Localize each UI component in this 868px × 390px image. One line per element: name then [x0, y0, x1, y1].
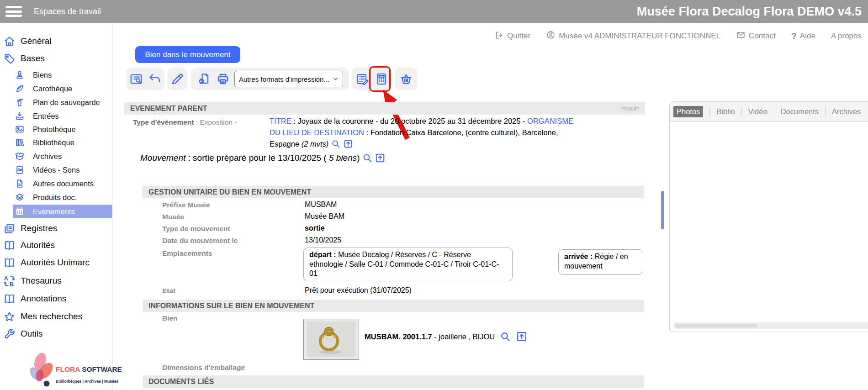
hamburger-menu-icon[interactable]: [5, 4, 22, 19]
sidebar-item-phototheque[interactable]: Photothèque: [0, 122, 112, 136]
field-label-bien: Bien: [162, 314, 178, 322]
bien-photo-thumbnail[interactable]: [303, 319, 359, 360]
sidebar-item-label: Evènements: [33, 207, 75, 216]
field-value-etat: Prêt pour exécution (31/07/2025): [305, 286, 412, 295]
sidebar-item-thesaurus[interactable]: AB Thesaurus: [0, 272, 112, 290]
haut-link[interactable]: ^haut^: [621, 105, 639, 112]
open-record-icon[interactable]: [375, 153, 386, 163]
aide-link[interactable]: ? Aide: [791, 31, 815, 42]
apropos-link[interactable]: A propos: [831, 32, 862, 41]
star-icon: [2, 311, 16, 323]
edit-pencil-button[interactable]: [170, 71, 185, 87]
sidebar-item-bibliotheque[interactable]: Bibliothèque: [0, 136, 112, 149]
tab-archives[interactable]: Archives: [825, 106, 867, 117]
wrench-icon: [2, 328, 16, 340]
sidebar-item-entrees[interactable]: Entrées: [0, 109, 112, 123]
home-icon: [2, 35, 16, 47]
parent-event-line3: Espagne (2 mvts): [270, 138, 644, 150]
tab-biblio[interactable]: Biblio: [709, 106, 741, 117]
quitter-button[interactable]: Quitter: [495, 31, 530, 42]
section-title: EVENEMENT PARENT: [130, 105, 207, 113]
toolbar-group-navigation: [126, 68, 164, 90]
sidebar-item-outils[interactable]: Outils: [0, 325, 112, 343]
sidebar-item-autorites-unimarc[interactable]: Autorités Unimarc: [0, 254, 112, 271]
sidebar-item-evenements[interactable]: Evènements: [13, 205, 112, 218]
parent-event-description: TITRE : Joyaux de la couronne - du 20 oc…: [270, 116, 644, 150]
sidebar-item-label: Entrées: [33, 112, 59, 121]
field-label-prefixe-musee: Préfixe Musée: [162, 201, 210, 209]
sidebar-item-archives[interactable]: Archives: [0, 149, 112, 163]
chevron-down-icon: [333, 75, 339, 83]
field-label-emplacements: Emplacements: [162, 249, 212, 258]
print-page-button[interactable]: [197, 71, 212, 87]
user-menu[interactable]: Musée v4 ADMINISTRATEUR FONCTIONNEL: [546, 30, 720, 42]
open-book-icon: [2, 293, 16, 305]
organisme-link[interactable]: ORGANISME: [527, 117, 573, 125]
sidebar-item-mes-recherches[interactable]: Mes recherches: [0, 308, 112, 325]
search-icon[interactable]: [362, 153, 373, 163]
list-search-button[interactable]: [129, 71, 143, 87]
toolbar-group-print: Autres formats d'impression...: [191, 68, 349, 90]
search-icon[interactable]: [331, 139, 341, 149]
mouvement-line: Mouvement : sortie préparé pour le 13/10…: [140, 153, 386, 163]
organisme-link[interactable]: DU LIEU DE DESTINATION: [270, 128, 364, 137]
search-icon[interactable]: [499, 331, 511, 343]
tab-photos[interactable]: Photos: [673, 106, 703, 117]
sidebar-item-label: Photothèque: [33, 125, 76, 134]
archive-box-icon: [14, 151, 25, 161]
svg-text:B: B: [10, 281, 14, 287]
sidebar-item-label: Autorités: [21, 240, 55, 250]
open-record-icon[interactable]: [516, 331, 528, 343]
sidebar: Général Bases Biens Carothèque Plan de s…: [0, 23, 112, 390]
open-record-icon[interactable]: [343, 139, 353, 149]
field-label-date-mouvement: Date du mouvement le: [162, 237, 238, 245]
print-format-select[interactable]: Autres formats d'impression...: [234, 71, 343, 87]
flora-software-logo: FLORA SOFTWARE Bibliothèques | Archives …: [0, 351, 112, 390]
sidebar-item-carotheque[interactable]: Carothèque: [0, 82, 112, 95]
image-icon: [14, 124, 25, 134]
contact-link[interactable]: Contact: [736, 30, 776, 42]
main-scrollbar-thumb[interactable]: [661, 191, 664, 229]
printer-button[interactable]: [216, 71, 230, 87]
sidebar-item-produits-doc[interactable]: Produits doc.: [0, 190, 112, 204]
video-file-icon: [14, 165, 25, 175]
section-gestion-unitaire: GESTION UNITAIRE DU BIEN EN MOUVEMENT: [143, 186, 644, 198]
calendar-icon: [14, 206, 25, 216]
sidebar-item-general[interactable]: Général: [0, 32, 112, 50]
books-icon: [14, 137, 25, 148]
flora-flower-icon: [23, 351, 56, 390]
tab-documents[interactable]: Documents: [774, 106, 825, 117]
sidebar-item-biens[interactable]: Biens: [0, 68, 112, 82]
sidebar-item-autres-documents[interactable]: Autres documents: [0, 177, 112, 190]
sidebar-item-label: Général: [21, 36, 52, 46]
tab-video[interactable]: Vidéo: [741, 106, 774, 117]
field-value-prefixe-musee: MUSBAM: [305, 200, 337, 209]
undo-button[interactable]: [148, 71, 162, 87]
open-book-icon: [2, 257, 16, 269]
app-title: Musée Flora Decalog Flora DEMO v4.5: [637, 0, 862, 23]
file-icon: [14, 179, 25, 189]
sidebar-item-videos-sons[interactable]: Vidéos - Sons: [0, 163, 112, 177]
sidebar-item-annotations[interactable]: Annotations: [0, 290, 112, 307]
sidebar-item-label: Vidéos - Sons: [33, 166, 79, 174]
calculator-button[interactable]: [374, 71, 389, 87]
sidebar-item-label: Produits doc.: [33, 193, 77, 202]
media-panel-scrollbar[interactable]: [673, 322, 868, 329]
basket-button[interactable]: [399, 71, 413, 87]
type-evenement-label: Type d'évènement : Exposition -: [133, 118, 237, 126]
brand-name: FLORA SOFTWARE: [56, 365, 122, 374]
sidebar-item-registres[interactable]: Registres: [0, 220, 112, 237]
emplacement-depart-box: départ : Musée Decalog / Réserves / C - …: [303, 248, 513, 281]
titre-link[interactable]: TITRE: [270, 117, 291, 125]
print-format-select-value: Autres formats d'impression...: [239, 75, 329, 83]
sidebar-item-plan-de-sauvegarde[interactable]: Plan de sauvegarde: [0, 95, 112, 109]
sidebar-item-label: Registres: [21, 223, 57, 233]
sidebar-item-autorites[interactable]: Autorités: [0, 237, 112, 254]
media-panel-scrollbar-thumb[interactable]: [675, 324, 757, 327]
record-tab-bien-dans-le-mouvement[interactable]: Bien dans le mouvement: [135, 46, 240, 63]
sidebar-item-label: Thesaurus: [21, 276, 62, 286]
checklist-edit-button[interactable]: [355, 71, 370, 87]
sidebar-item-label: Archives: [33, 152, 62, 161]
sidebar-item-bases[interactable]: Bases: [0, 50, 112, 67]
sidebar-item-label: Annotations: [21, 294, 66, 304]
